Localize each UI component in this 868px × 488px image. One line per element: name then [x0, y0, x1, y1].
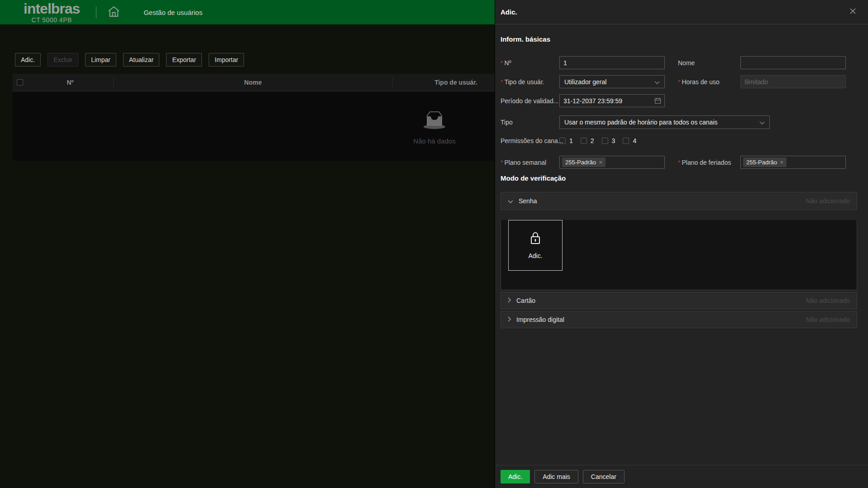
- home-button[interactable]: [108, 6, 120, 19]
- weekly-plan-label: *Plano semanal: [501, 156, 546, 169]
- chevron-down-icon: [654, 78, 660, 86]
- accordion-section-card: Cartão Não adicionado: [501, 292, 857, 309]
- chevron-down-icon: [759, 119, 765, 126]
- weekly-plan-field[interactable]: 255-Padrão ✕: [559, 156, 665, 169]
- accordion-section-fingerprint: Impressão digital Não adicionado: [501, 311, 857, 328]
- accordion-status: Não adicionado: [806, 197, 850, 205]
- accordion-header-card[interactable]: Cartão Não adicionado: [501, 292, 857, 309]
- accordion-label: Senha: [519, 197, 537, 205]
- validity-label: Período de validad...: [501, 94, 558, 107]
- channel-checkbox-label: 4: [633, 137, 636, 144]
- close-icon: [849, 8, 856, 16]
- toolbar-button-excluir: Excluir: [48, 53, 78, 67]
- panel-header: Adic.: [495, 0, 868, 24]
- section-title-basic-info: Inform. básicas: [501, 35, 550, 43]
- empty-tray-icon: [420, 109, 449, 131]
- tag-remove-icon[interactable]: ✕: [599, 160, 602, 165]
- number-input[interactable]: [559, 56, 665, 69]
- user-type-label: *Tipo de usuár.: [501, 75, 544, 88]
- panel-body: Inform. básicas *Nº Nome *Tipo de usuár.…: [495, 24, 868, 465]
- cancel-button[interactable]: Cancelar: [583, 470, 625, 483]
- add-user-panel: Adic. Inform. básicas *Nº Nome: [495, 0, 868, 488]
- accordion-header-fingerprint[interactable]: Impressão digital Não adicionado: [501, 311, 857, 328]
- add-button[interactable]: Adic.: [501, 470, 530, 483]
- accordion-label: Impressão digital: [516, 316, 564, 323]
- close-button[interactable]: [849, 8, 856, 16]
- toolbar-button-exportar[interactable]: Exportar: [166, 53, 202, 67]
- channel-checkbox-label: 3: [612, 137, 615, 144]
- select-all-checkbox[interactable]: [17, 79, 23, 86]
- toolbar: Adic. Excluir Limpar Atualizar Exportar …: [15, 53, 244, 67]
- toolbar-button-limpar[interactable]: Limpar: [85, 53, 116, 67]
- number-label: *Nº: [501, 56, 511, 69]
- column-header-number: Nº: [27, 79, 113, 86]
- channel-checkbox-label: 1: [569, 137, 573, 144]
- validity-field: [559, 94, 665, 107]
- channel-checkbox-3[interactable]: [602, 138, 608, 144]
- topbar-divider: [96, 6, 96, 18]
- nav-title-user-management[interactable]: Gestão de usuários: [143, 9, 202, 16]
- brand-name: intelbras: [24, 1, 80, 16]
- number-field: [559, 56, 665, 69]
- name-label: Nome: [678, 56, 695, 69]
- channel-checkbox-1[interactable]: [559, 138, 566, 144]
- name-field: [740, 56, 846, 69]
- toolbar-button-adic[interactable]: Adic.: [15, 53, 41, 67]
- usage-hours-input: [740, 75, 846, 88]
- chevron-down-icon: [508, 197, 513, 205]
- channel-checkbox-4[interactable]: [623, 138, 629, 144]
- tag-remove-icon[interactable]: ✕: [780, 160, 783, 165]
- channel-checkbox-2[interactable]: [581, 138, 587, 144]
- accordion-label: Cartão: [516, 297, 535, 304]
- add-more-button[interactable]: Adic mais: [534, 470, 578, 483]
- accordion-status: Não adicionado: [806, 316, 850, 323]
- holiday-plan-field[interactable]: 255-Padrão ✕: [740, 156, 846, 169]
- column-header-name: Nome: [113, 77, 392, 87]
- section-title-verification: Modo de verificação: [501, 174, 566, 182]
- holiday-plan-label: *Plano de feriados: [678, 156, 731, 169]
- tag-holiday-plan: 255-Padrão ✕: [743, 158, 787, 167]
- add-password-tile[interactable]: Adic.: [508, 220, 563, 271]
- lock-icon: [529, 231, 541, 247]
- panel-title: Adic.: [501, 8, 517, 16]
- brand-model: CT 5000 4PB: [24, 17, 80, 23]
- panel-footer: Adic. Adic mais Cancelar: [495, 465, 868, 488]
- toolbar-button-atualizar[interactable]: Atualizar: [123, 53, 159, 67]
- empty-state-text: Não há dados: [413, 137, 455, 145]
- channel-checkbox-label: 2: [591, 137, 594, 144]
- password-section-body: Adic.: [501, 220, 857, 290]
- accordion-status: Não adicionado: [806, 297, 850, 304]
- accordion-section-password: Senha Não adicionado: [501, 192, 857, 290]
- channel-permissions-group: 1 2 3 4: [559, 137, 636, 144]
- brand-logo: intelbras CT 5000 4PB: [24, 1, 80, 23]
- usage-hours-field: [740, 75, 846, 88]
- validity-input[interactable]: [559, 94, 665, 107]
- chevron-right-icon: [508, 297, 511, 305]
- user-type-select[interactable]: Utilizador geral: [559, 75, 665, 88]
- schedule-type-label: Tipo: [501, 115, 513, 129]
- accordion-header-password[interactable]: Senha Não adicionado: [501, 192, 857, 210]
- name-input[interactable]: [740, 56, 846, 69]
- tag-weekly-plan: 255-Padrão ✕: [562, 158, 606, 167]
- add-tile-label: Adic.: [528, 252, 542, 259]
- usage-hours-label: *Horas de uso: [678, 75, 720, 88]
- verification-accordion: Senha Não adicionado: [501, 192, 857, 328]
- schedule-type-select[interactable]: Usar o mesmo padrão de horário para todo…: [559, 115, 770, 129]
- app-root: intelbras CT 5000 4PB Gestão de usuários…: [0, 0, 868, 488]
- schedule-type-value: Usar o mesmo padrão de horário para todo…: [564, 119, 718, 126]
- home-icon: [108, 6, 120, 19]
- channel-permissions-label: Permissões do cana...: [501, 137, 563, 144]
- toolbar-button-importar[interactable]: Importar: [209, 53, 244, 67]
- user-type-value: Utilizador geral: [564, 78, 606, 86]
- chevron-right-icon: [508, 316, 511, 324]
